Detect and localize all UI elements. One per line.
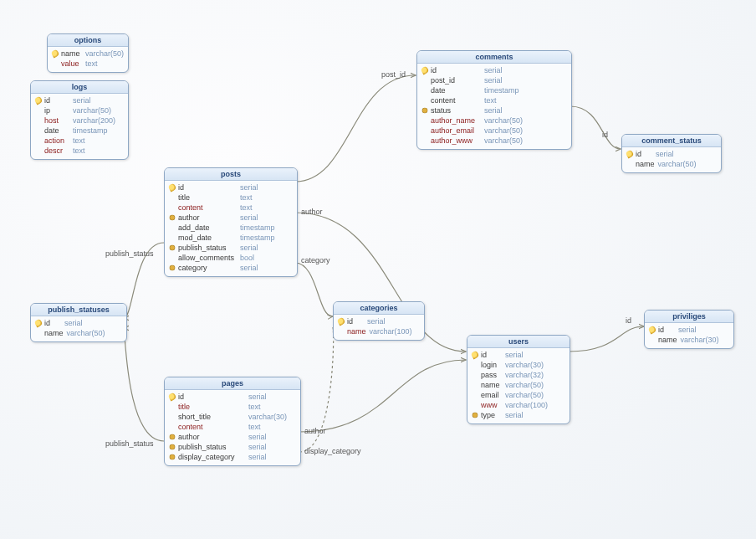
column-row[interactable]: namevarchar(50) bbox=[34, 328, 123, 338]
column-name: date bbox=[44, 126, 69, 136]
column-row[interactable]: descrtext bbox=[34, 146, 125, 156]
column-row[interactable]: statusserial bbox=[421, 105, 568, 116]
column-row[interactable]: idserial bbox=[421, 65, 568, 75]
column-row[interactable]: author_emailvarchar(50) bbox=[421, 126, 568, 136]
column-row[interactable]: namevarchar(50) bbox=[626, 159, 718, 169]
key-icon bbox=[168, 393, 177, 402]
column-type: text bbox=[85, 59, 98, 69]
column-type: serial bbox=[240, 182, 258, 192]
table-pages[interactable]: pages idserialtitletextshort_titlevarcha… bbox=[164, 377, 301, 466]
column-row[interactable]: idserial bbox=[34, 95, 125, 105]
column-row[interactable]: authorserial bbox=[168, 213, 294, 223]
column-row[interactable]: namevarchar(100) bbox=[337, 326, 421, 336]
column-name: id bbox=[178, 182, 237, 192]
column-type: timestamp bbox=[484, 85, 519, 95]
column-type: varchar(50) bbox=[484, 126, 523, 136]
key-icon bbox=[648, 326, 657, 335]
column-row[interactable]: namevarchar(30) bbox=[648, 335, 730, 345]
column-row[interactable]: author_namevarchar(50) bbox=[421, 116, 568, 126]
column-row[interactable]: mod_datetimestamp bbox=[168, 233, 294, 243]
column-row[interactable]: namevarchar(50) bbox=[51, 49, 125, 59]
column-row[interactable]: actiontext bbox=[34, 136, 125, 146]
column-row[interactable]: short_titlevarchar(30) bbox=[168, 412, 297, 422]
conn-label-id-priviliges: id bbox=[626, 316, 631, 325]
column-row[interactable]: author_wwwvarchar(50) bbox=[421, 136, 568, 146]
column-row[interactable]: idserial bbox=[168, 392, 297, 402]
column-row[interactable]: contenttext bbox=[421, 95, 568, 105]
column-type: varchar(30) bbox=[248, 412, 287, 422]
table-publish-statuses[interactable]: publish_statuses idserialnamevarchar(50) bbox=[30, 303, 127, 342]
table-categories[interactable]: categories idserialnamevarchar(100) bbox=[333, 301, 425, 341]
column-name: post_id bbox=[431, 75, 481, 85]
column-row[interactable]: titletext bbox=[168, 402, 297, 412]
table-priviliges[interactable]: priviliges idserialnamevarchar(30) bbox=[644, 310, 734, 349]
key-icon bbox=[337, 317, 346, 326]
foreign-key-icon bbox=[472, 413, 478, 418]
column-row[interactable]: namevarchar(50) bbox=[471, 380, 566, 390]
column-type: serial bbox=[73, 95, 91, 105]
column-row[interactable]: idserial bbox=[337, 316, 421, 326]
column-row[interactable]: emailvarchar(50) bbox=[471, 390, 566, 400]
column-row[interactable]: hostvarchar(200) bbox=[34, 116, 125, 126]
table-logs[interactable]: logs idserialipvarchar(50)hostvarchar(20… bbox=[30, 80, 129, 160]
column-row[interactable]: typeserial bbox=[471, 410, 566, 420]
column-row[interactable]: post_idserial bbox=[421, 75, 568, 85]
blank-icon bbox=[421, 76, 429, 85]
blank-icon bbox=[168, 193, 176, 202]
column-name: short_title bbox=[178, 412, 245, 422]
key-icon bbox=[471, 351, 480, 360]
blank-icon bbox=[471, 371, 479, 379]
table-body: idserialpost_idserialdatetimestampconten… bbox=[417, 64, 571, 149]
table-options[interactable]: options namevarchar(50)valuetext bbox=[47, 33, 129, 73]
column-row[interactable]: idserial bbox=[34, 318, 123, 328]
blank-icon bbox=[168, 423, 176, 431]
column-row[interactable]: loginvarchar(30) bbox=[471, 360, 566, 370]
column-row[interactable]: idserial bbox=[471, 350, 566, 360]
column-name: author_name bbox=[431, 116, 481, 126]
column-row[interactable]: idserial bbox=[626, 149, 718, 159]
blank-icon bbox=[34, 116, 43, 125]
column-row[interactable]: contenttext bbox=[168, 203, 294, 213]
column-row[interactable]: valuetext bbox=[51, 59, 125, 69]
column-row[interactable]: datetimestamp bbox=[421, 85, 568, 95]
column-row[interactable]: authorserial bbox=[168, 432, 297, 442]
foreign-key-icon bbox=[170, 454, 175, 459]
blank-icon bbox=[421, 126, 429, 135]
blank-icon bbox=[421, 86, 429, 95]
table-comment-status[interactable]: comment_status idserialnamevarchar(50) bbox=[621, 134, 722, 173]
column-name: ip bbox=[44, 105, 69, 116]
table-comments[interactable]: comments idserialpost_idserialdatetimest… bbox=[416, 50, 572, 150]
table-title: pages bbox=[165, 377, 300, 390]
column-name: id bbox=[658, 325, 675, 335]
column-row[interactable]: idserial bbox=[648, 325, 730, 335]
column-type: timestamp bbox=[240, 223, 275, 233]
column-type: serial bbox=[248, 452, 267, 462]
column-row[interactable]: display_categoryserial bbox=[168, 452, 297, 462]
blank-icon bbox=[471, 381, 479, 389]
column-type: text bbox=[240, 203, 253, 213]
column-row[interactable]: titletext bbox=[168, 192, 294, 203]
blank-icon bbox=[626, 160, 634, 168]
column-row[interactable]: contenttext bbox=[168, 422, 297, 432]
column-row[interactable]: publish_statusserial bbox=[168, 442, 297, 452]
column-row[interactable]: publish_statusserial bbox=[168, 243, 294, 253]
blank-icon bbox=[168, 234, 176, 242]
table-title: options bbox=[48, 34, 128, 47]
column-type: text bbox=[73, 136, 85, 146]
column-row[interactable]: add_datetimestamp bbox=[168, 223, 294, 233]
column-row[interactable]: idserial bbox=[168, 182, 294, 192]
foreign-key-icon bbox=[170, 265, 175, 270]
column-row[interactable]: passvarchar(32) bbox=[471, 370, 566, 380]
column-name: allow_comments bbox=[178, 253, 237, 263]
column-row[interactable]: wwwvarchar(100) bbox=[471, 400, 566, 410]
table-posts[interactable]: posts idserialtitletextcontenttextauthor… bbox=[164, 167, 298, 277]
column-type: serial bbox=[248, 392, 267, 402]
table-users[interactable]: users idserialloginvarchar(30)passvarcha… bbox=[467, 335, 570, 424]
column-type: serial bbox=[505, 410, 524, 420]
column-row[interactable]: categoryserial bbox=[168, 263, 294, 273]
column-row[interactable]: datetimestamp bbox=[34, 126, 125, 136]
column-row[interactable]: allow_commentsbool bbox=[168, 253, 294, 263]
column-type: varchar(50) bbox=[67, 328, 105, 338]
column-type: varchar(30) bbox=[505, 360, 544, 370]
column-row[interactable]: ipvarchar(50) bbox=[34, 105, 125, 116]
